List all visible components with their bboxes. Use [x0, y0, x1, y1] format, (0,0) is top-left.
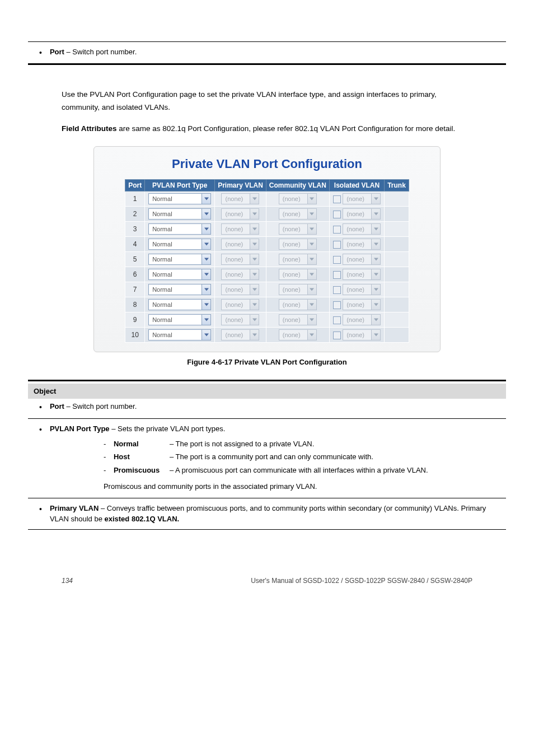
chevron-down-icon	[307, 224, 316, 234]
pvlan-type-select[interactable]: Normal	[148, 223, 211, 235]
community-vlan-select[interactable]: (none)	[279, 299, 317, 310]
pvlan-type-select[interactable]: Normal	[148, 193, 211, 204]
isolated-vlan-checkbox[interactable]	[333, 316, 341, 324]
community-vlan-select[interactable]: (none)	[279, 239, 317, 250]
pvlan-type-select[interactable]: Normal	[148, 329, 211, 340]
community-vlan-select[interactable]: (none)	[279, 223, 317, 235]
pvlan-type-select[interactable]: Normal	[148, 269, 211, 280]
manual-title: User's Manual of SGSD-1022 / SGSD-1022P …	[251, 577, 472, 585]
config-figure: Private VLAN Port Configuration Port PVL…	[93, 146, 441, 352]
pvlan-type-select[interactable]: Normal	[148, 314, 211, 325]
svg-marker-18	[310, 258, 314, 261]
svg-marker-16	[204, 258, 209, 261]
chevron-down-icon	[250, 330, 259, 340]
isolated-vlan-select[interactable]: (none)	[343, 193, 381, 204]
isolated-vlan-select[interactable]: (none)	[343, 314, 381, 325]
svg-marker-39	[374, 334, 378, 337]
chevron-down-icon	[307, 330, 316, 340]
primary-vlan-select[interactable]: (none)	[221, 269, 259, 280]
isolated-vlan-select[interactable]: (none)	[343, 254, 381, 265]
svg-marker-22	[310, 273, 314, 276]
table-row: 5Normal(none)(none) (none)	[125, 252, 409, 267]
isolated-vlan-select[interactable]: (none)	[343, 208, 381, 220]
chevron-down-icon	[371, 330, 380, 340]
primary-vlan-select[interactable]: (none)	[221, 254, 259, 265]
chevron-down-icon	[202, 254, 210, 264]
primary-vlan-select[interactable]: (none)	[221, 223, 259, 235]
table-row: 6Normal(none)(none) (none)	[125, 267, 409, 282]
primary-vlan-select[interactable]: (none)	[221, 239, 259, 250]
page-footer: 134 User's Manual of SGSD-1022 / SGSD-10…	[28, 560, 506, 585]
figure-title: Private VLAN Port Configuration	[100, 157, 434, 171]
isolated-vlan-checkbox[interactable]	[333, 332, 341, 339]
field-port: Port – Switch port number.	[50, 401, 495, 412]
isolated-vlan-select[interactable]: (none)	[343, 329, 381, 340]
chevron-down-icon	[371, 194, 380, 204]
intro-paragraph-1: Use the PVLAN Port Configuration page to…	[28, 84, 506, 118]
primary-vlan-select[interactable]: (none)	[221, 314, 259, 325]
isolated-vlan-select[interactable]: (none)	[343, 299, 381, 310]
pvlan-type-select[interactable]: Normal	[148, 239, 211, 250]
chevron-down-icon	[371, 209, 380, 219]
chevron-down-icon	[202, 284, 210, 295]
pvlan-type-select[interactable]: Normal	[148, 299, 211, 310]
svg-marker-28	[204, 304, 209, 306]
list-item: -Promiscuous– A promiscuous port can com…	[104, 464, 495, 477]
chevron-down-icon	[202, 224, 210, 234]
trunk-cell	[385, 192, 409, 207]
trunk-cell	[385, 207, 409, 222]
isolated-vlan-checkbox[interactable]	[333, 271, 341, 279]
isolated-vlan-checkbox[interactable]	[333, 195, 341, 203]
isolated-vlan-select[interactable]: (none)	[343, 269, 381, 280]
svg-marker-21	[252, 273, 257, 276]
svg-marker-17	[252, 258, 257, 261]
primary-vlan-select[interactable]: (none)	[221, 284, 259, 295]
port-number: 6	[125, 267, 145, 282]
bullet-icon: •	[39, 503, 42, 515]
isolated-vlan-checkbox[interactable]	[333, 301, 341, 309]
pvlan-type-select[interactable]: Normal	[148, 208, 211, 220]
port-number: 5	[125, 252, 145, 267]
trunk-cell	[385, 222, 409, 237]
svg-marker-25	[252, 288, 257, 291]
isolated-vlan-select[interactable]: (none)	[343, 284, 381, 295]
port-number: 7	[125, 282, 145, 297]
svg-marker-30	[310, 304, 314, 306]
community-vlan-select[interactable]: (none)	[279, 284, 317, 295]
table-row: 3Normal(none)(none) (none)	[125, 222, 409, 237]
svg-marker-26	[310, 288, 314, 291]
primary-vlan-select[interactable]: (none)	[221, 299, 259, 310]
figure-caption: Figure 4-6-17 Private VLAN Port Configur…	[28, 358, 506, 366]
isolated-vlan-checkbox[interactable]	[333, 286, 341, 294]
col-isolated-vlan: Isolated VLAN	[329, 180, 384, 192]
svg-marker-11	[374, 228, 378, 231]
chevron-down-icon	[202, 239, 210, 249]
field-pvlan-type: PVLAN Port Type – Sets the private VLAN …	[50, 423, 495, 493]
chevron-down-icon	[250, 284, 259, 295]
bullet-icon: •	[39, 46, 42, 59]
port-number: 9	[125, 312, 145, 328]
isolated-vlan-checkbox[interactable]	[333, 256, 341, 264]
primary-vlan-select[interactable]: (none)	[221, 208, 259, 220]
community-vlan-select[interactable]: (none)	[279, 314, 317, 325]
svg-marker-6	[310, 213, 314, 216]
col-pvlan-type: PVLAN Port Type	[145, 180, 215, 192]
community-vlan-select[interactable]: (none)	[279, 254, 317, 265]
isolated-vlan-checkbox[interactable]	[333, 241, 341, 249]
primary-vlan-select[interactable]: (none)	[221, 329, 259, 340]
primary-vlan-select[interactable]: (none)	[221, 193, 259, 204]
isolated-vlan-checkbox[interactable]	[333, 226, 341, 234]
isolated-vlan-select[interactable]: (none)	[343, 239, 381, 250]
community-vlan-select[interactable]: (none)	[279, 208, 317, 220]
chevron-down-icon	[202, 269, 210, 279]
svg-marker-9	[252, 228, 257, 231]
chevron-down-icon	[371, 300, 380, 310]
community-vlan-select[interactable]: (none)	[279, 269, 317, 280]
pvlan-type-select[interactable]: Normal	[148, 284, 211, 295]
isolated-vlan-select[interactable]: (none)	[343, 223, 381, 235]
pvlan-type-select[interactable]: Normal	[148, 254, 211, 265]
community-vlan-select[interactable]: (none)	[279, 193, 317, 204]
community-vlan-select[interactable]: (none)	[279, 329, 317, 340]
chevron-down-icon	[307, 209, 316, 219]
isolated-vlan-checkbox[interactable]	[333, 211, 341, 218]
